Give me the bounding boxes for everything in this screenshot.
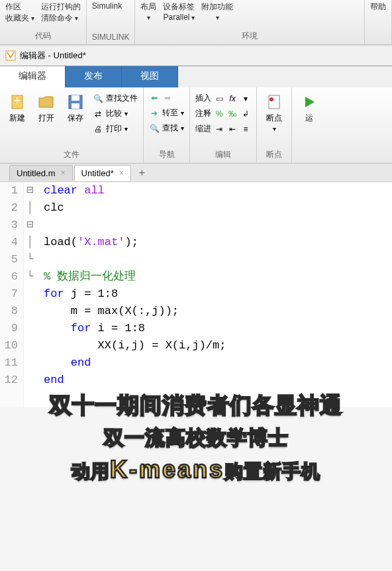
simulink-button[interactable]: Simulink xyxy=(92,1,122,11)
compare-icon: ⇄ xyxy=(93,109,103,119)
workspace-item[interactable]: 作区 xyxy=(5,1,34,13)
find-icon: 🔍 xyxy=(149,123,160,134)
breakpoint-group-label: 断点 xyxy=(261,148,287,163)
breakpoint-icon xyxy=(265,93,283,111)
top-group-env-label: 环境 xyxy=(140,29,359,43)
indent-row: 缩进 ⇥ ⇤ ≡ xyxy=(195,123,251,134)
clear-commands-item[interactable]: 清除命令 xyxy=(41,13,81,24)
insert-row: 插入 ▭ fx ▾ xyxy=(195,93,251,104)
close-icon[interactable]: × xyxy=(61,168,66,178)
goto-icon: ➜ xyxy=(149,108,160,119)
tab-publish[interactable]: 发布 xyxy=(66,66,122,87)
save-icon xyxy=(66,93,85,111)
window-title-text: 编辑器 - Untitled* xyxy=(20,50,86,62)
save-button[interactable]: 保存 xyxy=(62,90,89,148)
svg-rect-6 xyxy=(269,95,279,109)
edit-group-label: 编辑 xyxy=(194,148,252,163)
breakpoint-button[interactable]: 断点 xyxy=(261,90,287,148)
top-group-simulink-label: SIMULINK xyxy=(92,31,130,43)
find-files-icon: 🔍 xyxy=(93,93,103,104)
matlab-top-ribbon: 作区 收藏夹 运行打钩的 清除命令 代码 Simulink SIMULINK 布… xyxy=(0,0,392,45)
file-group-label: 文件 xyxy=(4,148,139,163)
ribbon-group-file: + 新建 打开 保存 🔍 查找文件 ⇄ 比较 xyxy=(0,87,144,163)
print-button[interactable]: 🖨 打印 xyxy=(93,123,138,134)
fold-gutter[interactable]: ⊟│⊟│└└ xyxy=(24,182,36,407)
run-script-item[interactable]: 运行打钩的 xyxy=(41,1,81,13)
smart-indent-icon[interactable]: ≡ xyxy=(240,124,251,134)
svg-marker-8 xyxy=(305,97,315,107)
insert-more-icon[interactable]: ▾ xyxy=(240,93,251,104)
code-content[interactable]: clear allclc load('X.mat'); % 数据归一化处理for… xyxy=(36,182,392,407)
top-group-code: 作区 收藏夹 运行打钩的 清除命令 代码 xyxy=(0,0,87,44)
run-button[interactable]: 运 xyxy=(296,90,322,163)
main-tab-strip: 编辑器 发布 视图 xyxy=(0,66,392,87)
addons-button[interactable]: 附加功能 xyxy=(201,1,233,21)
caption-line-2: 双一流高校数学博士 xyxy=(0,425,392,452)
layout-button[interactable]: 布局 xyxy=(140,1,156,21)
uncomment-icon[interactable]: ‰ xyxy=(227,109,238,119)
indent-icon[interactable]: ⇥ xyxy=(214,124,224,134)
svg-rect-5 xyxy=(72,103,79,109)
nav-group-label: 导航 xyxy=(148,148,185,163)
file-tab-strip: Untitled.m × Untitled* × + xyxy=(0,164,392,182)
editor-window-titlebar: 编辑器 - Untitled* xyxy=(0,45,392,66)
print-icon: 🖨 xyxy=(93,124,103,134)
caption-line-3: 动用K-means购置新手机 xyxy=(0,456,392,484)
comment-icon[interactable]: % xyxy=(214,109,224,119)
line-number-gutter: 123456789101112 xyxy=(0,182,24,407)
add-tab-button[interactable]: + xyxy=(132,164,152,182)
tab-view[interactable]: 视图 xyxy=(122,66,178,87)
insert-fx-icon[interactable]: fx xyxy=(227,93,238,104)
editor-ribbon: + 新建 打开 保存 🔍 查找文件 ⇄ 比较 xyxy=(0,87,392,164)
file-tab-untitled-m[interactable]: Untitled.m × xyxy=(9,165,73,181)
file-tab-untitled-star[interactable]: Untitled* × xyxy=(74,165,131,181)
favorites-item[interactable]: 收藏夹 xyxy=(5,13,34,24)
find-files-button[interactable]: 🔍 查找文件 xyxy=(93,93,138,104)
ribbon-group-run: 运 xyxy=(292,87,326,163)
editor-icon xyxy=(5,50,16,61)
help-button[interactable]: 帮助 xyxy=(370,1,386,13)
insert-section-icon[interactable]: ▭ xyxy=(214,93,224,104)
top-group-simulink: Simulink SIMULINK xyxy=(87,0,136,44)
new-button[interactable]: + 新建 xyxy=(4,90,30,148)
outdent-icon[interactable]: ⇤ xyxy=(227,124,238,134)
top-group-code-label: 代码 xyxy=(5,29,81,43)
svg-rect-4 xyxy=(72,95,79,101)
open-icon xyxy=(37,93,56,111)
compare-button[interactable]: ⇄ 比较 xyxy=(93,108,138,119)
find-button[interactable]: 🔍 查找 xyxy=(149,123,184,134)
tab-editor[interactable]: 编辑器 xyxy=(0,66,66,87)
svg-text:+: + xyxy=(14,94,21,107)
ribbon-group-breakpoint: 断点 断点 xyxy=(257,87,292,163)
back-icon: ⬅ xyxy=(149,93,160,103)
ribbon-group-nav: ⬅ ➡ ➜ 转至 🔍 查找 导航 xyxy=(144,87,190,163)
close-icon[interactable]: × xyxy=(119,168,124,178)
new-icon: + xyxy=(8,93,26,111)
forward-icon: ➡ xyxy=(162,93,173,103)
run-icon xyxy=(300,93,318,111)
goto-button[interactable]: ➜ 转至 xyxy=(149,107,184,119)
wrap-comment-icon[interactable]: ↲ xyxy=(240,109,251,119)
parallel-item[interactable]: Parallel xyxy=(163,13,195,22)
top-group-env: 布局 设备标签 Parallel 附加功能 环境 xyxy=(135,0,365,44)
svg-point-7 xyxy=(270,97,273,101)
top-group-help: 帮助 xyxy=(365,0,392,44)
nav-back-forward[interactable]: ⬅ ➡ xyxy=(149,93,184,103)
comment-row: 注释 % ‰ ↲ xyxy=(195,108,251,119)
open-button[interactable]: 打开 xyxy=(33,90,60,148)
ribbon-group-edit: 插入 ▭ fx ▾ 注释 % ‰ ↲ 缩进 ⇥ ⇤ ≡ 编 xyxy=(190,87,257,163)
device-label-item[interactable]: 设备标签 xyxy=(163,1,195,13)
code-editor[interactable]: 123456789101112 ⊟│⊟│└└ clear allclc load… xyxy=(0,182,392,407)
